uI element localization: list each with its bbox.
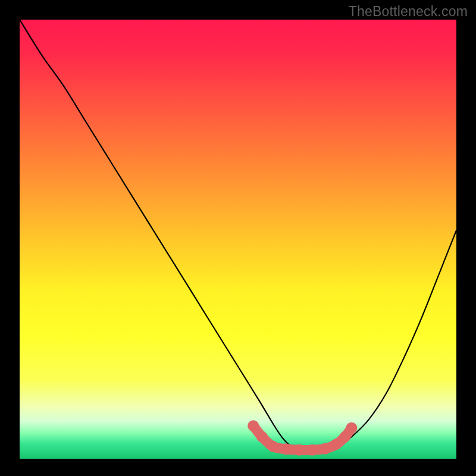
highlight-marker [320,443,331,455]
highlight-marker [248,420,259,431]
gradient-background [20,20,456,459]
highlight-marker [346,422,357,434]
chart-frame: TheBottleneck.com [0,0,476,476]
chart-svg [20,20,456,459]
highlight-marker [293,444,305,456]
highlight-marker [256,431,268,443]
watermark-label: TheBottleneck.com [349,4,468,20]
highlight-marker [331,439,342,450]
highlight-marker [306,444,318,456]
plot-area [20,20,456,459]
highlight-marker [280,443,292,455]
highlight-marker [267,441,278,452]
